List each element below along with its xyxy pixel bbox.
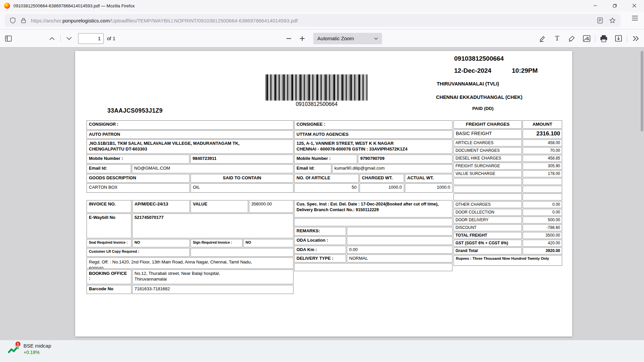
amount-header: AMOUNT (523, 120, 562, 129)
freight-row-label: DOOR COLLECTION (453, 209, 522, 216)
charged-wt-header: CHARGED WT. (360, 174, 404, 183)
empty-row (294, 263, 452, 271)
freight-row-label: ARTICLE CHARGES (453, 139, 522, 146)
consignee-mobile: 9790790709 (358, 155, 452, 164)
basic-freight-amount: 2316.100 (523, 129, 562, 139)
oda-km-value: 0.00 (347, 246, 452, 254)
total-freight-amount: 3500.00 (523, 232, 562, 239)
minimize-button[interactable] (586, 0, 605, 11)
freight-row-label: FREIGHT SURCHARGE (453, 163, 522, 170)
page-number-input[interactable] (78, 33, 104, 44)
zoom-out-button[interactable] (283, 33, 294, 44)
image-tool-button[interactable] (581, 33, 592, 44)
url-domain: ponpurelogistics.com (62, 18, 110, 23)
gst-amount: 420.00 (523, 240, 562, 247)
widget-notification-badge: 1 (15, 341, 21, 347)
print-button[interactable] (598, 33, 609, 44)
invoice-value-label: VALUE (191, 200, 248, 213)
restore-button[interactable] (605, 0, 625, 11)
gst-label: GST (SGST 6% + CGST 6%) (453, 240, 522, 247)
consignor-table: CONSIGNOR : AUTO PATRON ,NO.51B/1B1, TKM… (87, 120, 293, 193)
bookmark-star-icon[interactable] (609, 17, 616, 24)
article-count: 50 (294, 183, 359, 193)
barcode-no-range: 7181633-7181682 (132, 285, 293, 294)
sign-required-label: Sign Required Invoice : (191, 239, 243, 247)
widget-index-change: +0.18% (23, 350, 51, 355)
page-count-label: of 1 (107, 36, 115, 41)
freight-row-amount: 305.90 (523, 163, 562, 170)
draw-tool-button[interactable] (566, 33, 578, 44)
zoom-level-select[interactable]: Automatic Zoom (313, 33, 382, 44)
consignee-table: CONSIGNEE : UTTAM AUTO AGENCIES 125, A-1… (294, 120, 452, 193)
booking-office-address: No.12, Thurabali street, Near Balaji hos… (132, 269, 293, 284)
consignor-email: NO@GMAIL.COM (132, 164, 293, 173)
waybill-barcode (266, 74, 368, 101)
empty-row (453, 186, 522, 193)
payment-mode: PAID (DD) (472, 106, 494, 111)
goods-description-header: GOODS DESCRIPTION (87, 174, 190, 183)
freight-row-amount: 458.00 (523, 139, 562, 146)
freight-charges-header: FREIGHT CHARGES (453, 120, 522, 129)
zoom-level-value: Automatic Zoom (317, 36, 354, 41)
window-title: 09103812500664-638697866414014593.pdf — … (13, 3, 135, 8)
consignee-name: UTTAM AUTO AGENCIES (294, 130, 452, 139)
pdf-page: 09103812500664 12-Dec-2024 10:29PM THIRU… (75, 51, 572, 337)
shield-icon[interactable] (9, 17, 16, 24)
freight-row-amount: 178.00 (523, 170, 562, 177)
remarks-value (347, 227, 452, 236)
lock-icon[interactable] (21, 17, 26, 23)
pdf-viewer-area[interactable]: 09103812500664 12-Dec-2024 10:29PM THIRU… (0, 48, 644, 340)
grand-total-amount: 3920.00 (523, 247, 562, 254)
vertical-scrollbar[interactable] (641, 51, 643, 131)
waybill-number: 09103812500664 (454, 55, 504, 62)
menu-hamburger-icon[interactable] (632, 16, 638, 20)
consignor-header: CONSIGNOR : (87, 120, 293, 130)
regd-office-line2: 600040 (89, 266, 103, 269)
address-bar[interactable]: https://anchor.ponpurelogistics.com/Uplo… (5, 14, 621, 27)
chevron-down-icon (374, 37, 378, 40)
freight-row-amount: 0.00 (523, 209, 562, 216)
invoice-table: INVOICE NO. AP/M/DEC-24/13 VALUE 356000.… (87, 200, 293, 295)
origin-branch: THIRUVANNAMALAI (TVLI) (437, 81, 499, 86)
freight-row-label: DOOR DELIVERY (453, 217, 522, 224)
freight-row-amount: -786.60 (523, 224, 562, 231)
zoom-in-button[interactable] (297, 33, 308, 44)
seal-required-label: Seal Required Invoice : (87, 239, 131, 247)
gst-number: 33AAJCS0953J1Z9 (107, 107, 163, 114)
weather-stocks-widget[interactable]: 1 BSE midcap +0.18% (7, 343, 51, 355)
highlight-tool-button[interactable] (537, 33, 548, 44)
widget-index-name: BSE midcap (23, 343, 51, 349)
said-to-contain-header: SAID TO CONTAIN (191, 174, 293, 183)
barcode-number: 09103812500664 (266, 101, 368, 107)
freight-row-label: DOCUMENT CHARGES (453, 147, 522, 154)
empty-row (523, 186, 562, 193)
page-up-button[interactable] (46, 33, 58, 44)
customer-lr-copy-value (191, 248, 293, 257)
sidebar-toggle-button[interactable] (3, 33, 14, 44)
total-freight-label: TOTAL FREIGHT (453, 232, 522, 239)
reader-mode-icon[interactable] (597, 17, 603, 24)
said-to-contain: OIL (191, 183, 293, 193)
more-tools-button[interactable] (630, 33, 641, 44)
oda-location-label: ODA Location : (294, 236, 346, 245)
invoice-value: 356000.00 (249, 200, 293, 213)
sign-required-value: NO (243, 239, 293, 247)
url-text: https://anchor.ponpurelogistics.com/Uplo… (31, 18, 597, 23)
booking-office-label: BOOKING OFFICE : (87, 269, 131, 284)
download-button[interactable] (613, 33, 624, 44)
article-count-header: NO. Of ARTICLE (294, 174, 359, 183)
close-button[interactable] (625, 0, 644, 11)
freight-charges-table: FREIGHT CHARGES AMOUNT BASIC FREIGHT 231… (453, 120, 562, 266)
charged-wt: 1000.0 (360, 183, 404, 193)
consignor-name: AUTO PATRON (87, 130, 293, 139)
freight-row-amount: 500.00 (523, 217, 562, 224)
consignor-address: ,NO.51B/1B1, TKM SALAI, MELAVALAM VILLEG… (87, 139, 293, 154)
empty-row (453, 193, 522, 200)
page-down-button[interactable] (63, 33, 75, 44)
destination-branch: CHENNAI EKKADUTHANGAL (CHEK) (436, 95, 523, 100)
url-prefix: https://anchor. (31, 18, 62, 23)
consignee-email-label: Email Id: (294, 164, 331, 173)
text-tool-button[interactable]: T (551, 33, 563, 44)
consignee-mobile-label: Mobile Number : (294, 155, 357, 164)
regd-office: Regd. Off. : No.1420, 2nd Floor, 13th Ma… (87, 257, 293, 269)
